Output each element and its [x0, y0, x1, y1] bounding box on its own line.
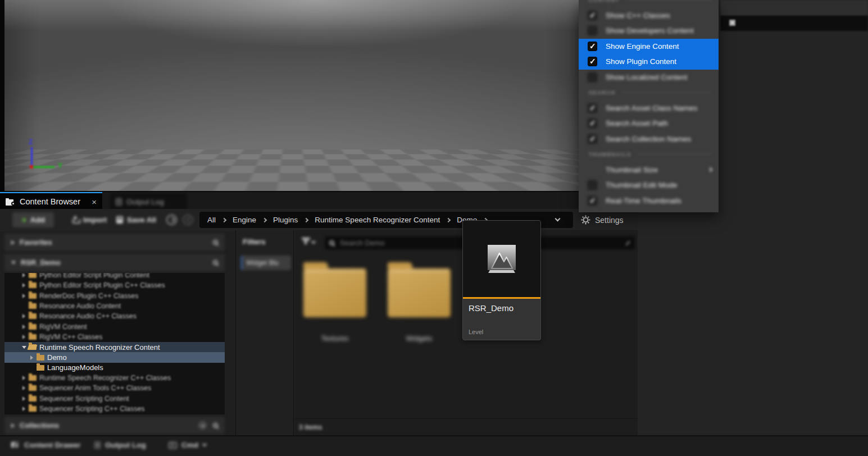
checked-checkbox-icon[interactable]: [588, 103, 597, 113]
asset-type-label: Level: [469, 329, 483, 335]
import-button[interactable]: Import: [71, 212, 107, 227]
tree-arrow[interactable]: [21, 376, 26, 380]
menu-item[interactable]: Search Asset Path: [579, 116, 719, 131]
expand-arrow-icon[interactable]: [11, 240, 15, 245]
path-dropdown-chevron-icon[interactable]: [555, 216, 561, 222]
checked-checkbox-icon[interactable]: [588, 57, 597, 66]
menu-item[interactable]: Show C++ Classes: [579, 8, 719, 24]
back-history-icon[interactable]: [166, 215, 177, 225]
tree-item[interactable]: Sequencer Scripting C++ Classes: [4, 404, 225, 414]
collapse-arrow-icon[interactable]: [11, 261, 16, 265]
close-icon[interactable]: ×: [92, 198, 97, 206]
menu-section-label: CONTENT: [589, 0, 620, 3]
panel-tab-icon[interactable]: [729, 20, 735, 26]
favorites-header[interactable]: Favorites: [4, 234, 225, 251]
folder-icon: [29, 385, 37, 391]
tree-item[interactable]: Runtime Speech Recognizer C++ Classes: [4, 373, 225, 383]
search-icon[interactable]: [213, 423, 218, 428]
unchecked-checkbox-icon[interactable]: [588, 180, 597, 190]
axis-y-line: [32, 166, 54, 168]
search-icon[interactable]: [213, 240, 218, 245]
tree-item[interactable]: Runtime Speech Recognizer Content: [4, 342, 225, 352]
gear-icon: [581, 215, 590, 225]
menu-item[interactable]: Thumbnail Edit Mode: [579, 177, 719, 193]
menu-item[interactable]: Show Developers Content: [579, 23, 719, 39]
tree-arrow[interactable]: [21, 273, 26, 277]
tree-item-label: RigVM Content: [39, 323, 87, 331]
tree-arrow[interactable]: [21, 294, 26, 298]
checked-checkbox-icon[interactable]: [588, 134, 597, 144]
tree-item-label: Resonance Audio Content: [39, 302, 121, 310]
add-collection-icon[interactable]: [199, 422, 206, 429]
menu-section-header: CONTENT: [579, 0, 719, 8]
checked-checkbox-icon[interactable]: [588, 11, 597, 20]
menu-item[interactable]: Search Collection Names: [579, 131, 719, 147]
tree-arrow[interactable]: [29, 355, 34, 360]
content-browser-settings-menu: CONTENTShow C++ ClassesShow Developers C…: [579, 0, 719, 212]
tree-arrow[interactable]: [21, 396, 26, 401]
add-button[interactable]: + Add: [12, 212, 54, 227]
tree-arrow[interactable]: [21, 335, 26, 339]
tree-item[interactable]: Python Editor Script Plugin Content: [4, 273, 225, 280]
tab-output-log[interactable]: Output Log: [110, 193, 187, 210]
checked-checkbox-icon[interactable]: [588, 118, 597, 128]
breadcrumb-item[interactable]: Engine: [233, 216, 256, 224]
breadcrumb-item[interactable]: Plugins: [273, 216, 298, 224]
tree-arrow[interactable]: [21, 325, 26, 329]
chevron-down-icon[interactable]: [202, 442, 207, 446]
level-viewport[interactable]: Z Y: [4, 0, 579, 191]
tab-content-browser[interactable]: Content Browser ×: [0, 192, 102, 210]
output-log-label: Output Log: [105, 441, 146, 449]
output-log-button[interactable]: Output Log: [94, 441, 146, 449]
menu-item[interactable]: Show Localized Content: [579, 70, 719, 85]
content-drawer-button[interactable]: Content Drawer: [11, 441, 81, 449]
tree-item[interactable]: Demo: [4, 352, 225, 362]
filter-funnel-icon[interactable]: [301, 238, 310, 245]
tree-arrow[interactable]: [21, 407, 26, 411]
tree-arrow[interactable]: [21, 386, 26, 390]
folder-icon: [29, 344, 37, 350]
save-search-icon[interactable]: [626, 241, 630, 245]
breadcrumb-separator-icon: [262, 217, 267, 222]
checked-checkbox-icon[interactable]: [588, 196, 597, 206]
tree-item[interactable]: RenderDoc Plugin C++ Classes: [4, 291, 225, 301]
unchecked-checkbox-icon[interactable]: [588, 72, 597, 82]
tree-arrow[interactable]: [21, 283, 26, 288]
tree-arrow[interactable]: [21, 346, 26, 349]
checked-checkbox-icon[interactable]: [588, 42, 597, 51]
settings-button[interactable]: Settings: [581, 212, 624, 228]
forward-history-icon[interactable]: [183, 215, 193, 225]
menu-item[interactable]: Real-Time Thumbnails: [579, 193, 719, 209]
menu-item[interactable]: Show Engine Content: [579, 39, 719, 54]
asset-card-level[interactable]: RSR_DemoLevel: [462, 220, 541, 340]
tree-item[interactable]: LanguageModels: [4, 363, 225, 373]
tree-item[interactable]: Resonance Audio Content: [4, 301, 225, 311]
menu-item[interactable]: Thumbnail Size: [579, 162, 719, 178]
tree-item[interactable]: Sequencer Scripting Content: [4, 394, 225, 404]
asset-folder-tile[interactable]: Textures: [303, 262, 366, 343]
tree-item[interactable]: Sequencer Anim Tools C++ Classes: [4, 383, 225, 393]
breadcrumb-item[interactable]: Runtime Speech Recognizer Content: [315, 216, 440, 224]
filter-chip-widget-blueprint[interactable]: Widget Blu: [240, 256, 291, 270]
folder-icon: [303, 268, 366, 317]
save-all-button[interactable]: Save All: [116, 212, 156, 227]
editor-status-bar: Content Drawer Output Log Cmd: [0, 435, 868, 456]
filter-chevron-icon[interactable]: [311, 239, 316, 244]
menu-item[interactable]: Show Plugin Content: [579, 54, 719, 70]
breadcrumb-item[interactable]: All: [207, 216, 216, 224]
folder-tree-rows: Python Editor Script Plugin ContentPytho…: [4, 273, 225, 414]
unchecked-checkbox-icon[interactable]: [588, 26, 597, 35]
cmd-button[interactable]: Cmd: [169, 441, 206, 449]
tree-item[interactable]: Python Editor Script Plugin C++ Classes: [4, 280, 225, 290]
menu-item[interactable]: Search Asset Class Names: [579, 101, 719, 116]
tree-item[interactable]: Resonance Audio C++ Classes: [4, 311, 225, 321]
collections-header[interactable]: Collections: [4, 417, 225, 434]
search-icon[interactable]: [213, 260, 218, 265]
tree-item[interactable]: RigVM C++ Classes: [4, 332, 225, 342]
tree-arrow[interactable]: [21, 314, 26, 318]
asset-folder-tile[interactable]: Widgets: [388, 262, 451, 343]
rsr-demo-header[interactable]: RSR_Demo: [4, 254, 225, 271]
tree-item[interactable]: RigVM Content: [4, 321, 225, 331]
expand-arrow-icon: [22, 294, 25, 298]
expand-arrow-icon[interactable]: [11, 423, 15, 428]
